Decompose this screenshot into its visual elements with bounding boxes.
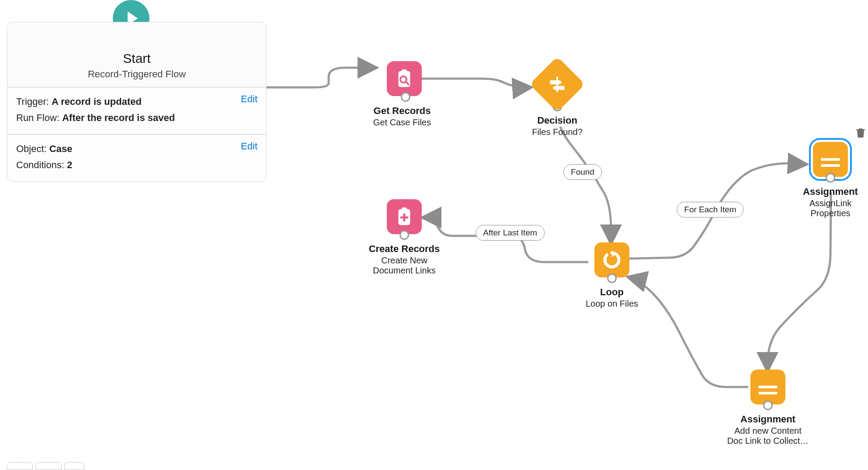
canvas-pager <box>7 462 84 470</box>
node-loop[interactable]: Loop Loop on Files <box>577 242 647 309</box>
equals-icon <box>821 158 840 161</box>
node-title: Decision <box>518 115 597 126</box>
node-sub: AssignLink <box>795 198 865 208</box>
node-sub2: Properties <box>795 208 865 218</box>
pager-next-button[interactable] <box>35 462 62 470</box>
edge-label-after-last[interactable]: After Last Item <box>476 225 545 241</box>
edit-trigger-link[interactable]: Edit <box>241 93 257 105</box>
trigger-value: A record is updated <box>52 96 142 107</box>
loop-icon-tile[interactable] <box>594 242 629 277</box>
node-create-records[interactable]: Create Records Create New Document Links <box>350 199 459 276</box>
start-row-trigger: Trigger: A record is updated <box>16 93 257 110</box>
runflow-value: After the record is saved <box>62 112 175 123</box>
node-title: Loop <box>577 287 647 298</box>
node-get-records[interactable]: Get Records Get Case Files <box>358 61 446 128</box>
pager-extra-button[interactable] <box>64 462 84 470</box>
node-connector-dot <box>763 401 773 410</box>
get-records-icon[interactable] <box>387 61 422 96</box>
node-sub: Add new Content <box>713 426 823 436</box>
clipboard-search-icon <box>394 69 414 89</box>
node-sub2: Doc Link to Collect… <box>713 436 823 446</box>
node-assignment-assignlink[interactable]: Assignment AssignLink Properties <box>795 142 865 218</box>
node-sub2: Document Links <box>350 266 459 276</box>
edge-label-for-each[interactable]: For Each Item <box>677 202 743 218</box>
svg-rect-8 <box>400 217 408 219</box>
start-card: Start Record-Triggered Flow Edit Trigger… <box>7 22 267 182</box>
node-title: Create Records <box>350 243 459 255</box>
clipboard-plus-icon <box>394 207 414 227</box>
node-connector-dot <box>607 273 617 283</box>
svg-rect-1 <box>402 69 407 73</box>
node-connector-dot <box>401 92 410 102</box>
trash-icon <box>856 128 865 138</box>
start-row-conditions: Conditions: 2 <box>16 157 257 173</box>
node-title: Assignment <box>795 186 865 197</box>
start-subtitle: Record-Triggered Flow <box>12 69 262 80</box>
node-title: Assignment <box>713 414 823 425</box>
delete-element-button[interactable] <box>856 128 865 138</box>
assignment-icon-tile[interactable] <box>813 142 848 177</box>
equals-icon <box>758 386 778 389</box>
node-sub: Get Case Files <box>358 118 446 128</box>
node-assignment-add-content-link[interactable]: Assignment Add new Content Doc Link to C… <box>713 370 823 446</box>
node-title: Get Records <box>358 105 446 117</box>
runflow-label: Run Flow: <box>16 112 59 123</box>
edge-label-found[interactable]: Found <box>563 164 602 180</box>
conditions-label: Conditions: <box>16 159 64 170</box>
edit-object-link[interactable]: Edit <box>241 141 257 152</box>
start-row-runflow: Run Flow: After the record is saved <box>16 110 257 126</box>
decision-diamond[interactable] <box>529 56 585 112</box>
pager-prev-button[interactable] <box>7 462 33 470</box>
start-card-header: Start Record-Triggered Flow <box>7 22 266 87</box>
object-value: Case <box>49 143 73 154</box>
start-trigger-section: Edit Trigger: A record is updated Run Fl… <box>7 87 266 135</box>
start-title: Start <box>12 51 262 66</box>
node-sub: Files Found? <box>518 127 597 137</box>
start-row-object: Object: Case <box>16 141 257 157</box>
loop-arrow-icon <box>601 249 622 270</box>
node-decision[interactable]: Decision Files Found? <box>518 65 597 137</box>
trigger-label: Trigger: <box>16 96 49 107</box>
flow-canvas[interactable]: Found For Each Item After Last Item Star… <box>0 0 868 470</box>
node-connector-dot <box>399 230 409 240</box>
conditions-value: 2 <box>67 159 72 170</box>
object-label: Object: <box>16 143 47 154</box>
create-records-icon-tile[interactable] <box>387 199 422 234</box>
node-sub: Create New <box>350 256 459 266</box>
start-object-section: Edit Object: Case Conditions: 2 <box>7 135 266 181</box>
node-connector-dot <box>826 173 835 183</box>
node-sub: Loop on Files <box>577 299 647 309</box>
assignment-icon-tile[interactable] <box>750 370 785 404</box>
svg-rect-6 <box>402 207 407 211</box>
